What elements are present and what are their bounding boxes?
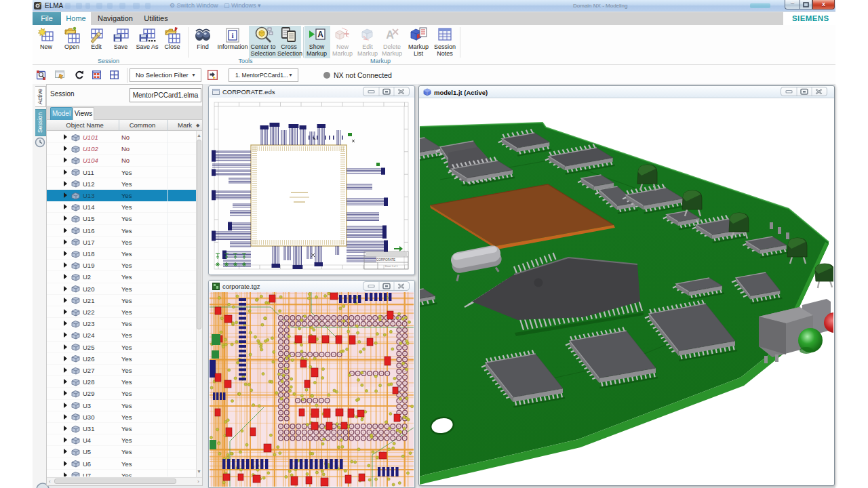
svg-text:A: A [386, 29, 394, 41]
svg-text:i: i [231, 31, 233, 39]
svg-text:A: A [317, 30, 323, 39]
svg-text:CORPORATE: CORPORATE [376, 258, 395, 262]
svg-text:Sheet 1 of 1: Sheet 1 of 1 [385, 265, 398, 268]
